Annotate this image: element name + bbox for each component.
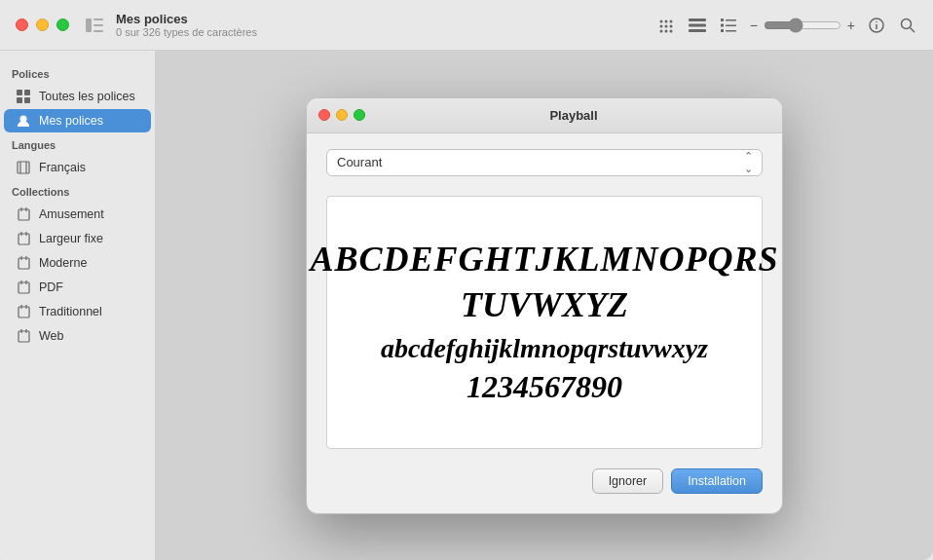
sort-icon[interactable] bbox=[656, 16, 676, 35]
toolbar-actions: − + bbox=[656, 16, 917, 35]
install-button[interactable]: Installation bbox=[671, 468, 763, 494]
largeur-fixe-icon bbox=[16, 231, 31, 246]
preview-line-1: ABCDEFGHTJKLMNOPQRS bbox=[310, 237, 778, 282]
sidebar-item-moderne[interactable]: Moderne bbox=[4, 251, 151, 275]
langues-section-label: Langues bbox=[0, 133, 155, 155]
modal-maximize-button[interactable] bbox=[354, 109, 365, 121]
svg-rect-41 bbox=[19, 258, 29, 269]
svg-rect-32 bbox=[18, 162, 29, 173]
svg-rect-18 bbox=[721, 23, 724, 26]
svg-rect-29 bbox=[17, 97, 22, 103]
window-subtitle: 0 sur 326 types de caractères bbox=[116, 26, 257, 38]
sidebar-item-web[interactable]: Web bbox=[4, 324, 151, 348]
slider-plus[interactable]: + bbox=[847, 18, 855, 33]
traditionnel-label: Traditionnel bbox=[39, 305, 102, 318]
content-area: Polices Toutes les polices bbox=[0, 51, 933, 560]
amusement-icon bbox=[16, 206, 31, 222]
grid-view-icon[interactable] bbox=[688, 16, 707, 35]
size-slider-group: − + bbox=[750, 18, 855, 33]
sidebar-item-largeur-fixe[interactable]: Largeur fixe bbox=[4, 227, 151, 250]
minimize-button[interactable] bbox=[36, 19, 49, 31]
svg-rect-19 bbox=[726, 24, 736, 26]
all-fonts-icon bbox=[16, 89, 31, 104]
svg-point-4 bbox=[659, 19, 662, 22]
size-slider[interactable] bbox=[764, 18, 841, 33]
svg-point-6 bbox=[669, 19, 672, 22]
largeur-fixe-label: Largeur fixe bbox=[39, 232, 103, 245]
svg-point-5 bbox=[664, 19, 667, 22]
svg-rect-44 bbox=[19, 282, 29, 293]
my-fonts-label: Mes polices bbox=[39, 114, 103, 128]
titlebar: Mes polices 0 sur 326 types de caractère… bbox=[0, 0, 933, 51]
ignore-button[interactable]: Ignorer bbox=[592, 468, 664, 494]
svg-rect-17 bbox=[726, 19, 736, 21]
francais-icon bbox=[16, 160, 31, 175]
web-icon bbox=[16, 328, 31, 344]
moderne-label: Moderne bbox=[39, 256, 87, 270]
svg-rect-1 bbox=[93, 19, 103, 20]
svg-rect-3 bbox=[93, 30, 103, 32]
close-button[interactable] bbox=[16, 19, 28, 31]
svg-rect-27 bbox=[17, 90, 22, 95]
modal-overlay: Playball Courant Fin Normal Gras bbox=[156, 51, 933, 560]
title-info: Mes polices 0 sur 326 types de caractère… bbox=[116, 12, 257, 38]
sidebar-item-pdf[interactable]: PDF bbox=[4, 276, 151, 299]
pdf-label: PDF bbox=[39, 280, 63, 294]
francais-label: Français bbox=[39, 161, 86, 174]
modal-titlebar: Playball bbox=[307, 98, 782, 133]
svg-rect-30 bbox=[24, 97, 30, 103]
modal-close-button[interactable] bbox=[318, 109, 330, 121]
list-view-icon[interactable] bbox=[719, 16, 738, 35]
svg-point-24 bbox=[876, 20, 877, 22]
svg-rect-14 bbox=[689, 23, 706, 26]
pdf-icon bbox=[16, 280, 31, 295]
traffic-lights bbox=[16, 19, 69, 31]
maximize-button[interactable] bbox=[56, 19, 69, 31]
svg-point-8 bbox=[664, 24, 667, 27]
svg-point-7 bbox=[659, 24, 662, 27]
svg-rect-35 bbox=[19, 209, 29, 220]
modal-footer: Ignorer Installation bbox=[326, 465, 763, 494]
svg-point-10 bbox=[659, 29, 662, 32]
sidebar-item-amusement[interactable]: Amusement bbox=[4, 203, 151, 226]
sidebar: Polices Toutes les polices bbox=[0, 51, 156, 560]
sidebar-item-all-fonts[interactable]: Toutes les polices bbox=[4, 85, 151, 108]
slider-minus[interactable]: − bbox=[750, 18, 758, 33]
font-preview-text: ABCDEFGHTJKLMNOPQRS TUVWXYZ abcdefghijkl… bbox=[310, 237, 778, 408]
polices-section-label: Polices bbox=[0, 62, 155, 84]
info-icon[interactable] bbox=[867, 16, 886, 35]
font-style-select[interactable]: Courant Fin Normal Gras bbox=[326, 149, 763, 176]
svg-point-25 bbox=[902, 19, 912, 28]
svg-rect-0 bbox=[86, 19, 92, 32]
font-preview: ABCDEFGHTJKLMNOPQRS TUVWXYZ abcdefghijkl… bbox=[326, 196, 763, 449]
sidebar-item-traditionnel[interactable]: Traditionnel bbox=[4, 300, 151, 323]
window-title: Mes polices bbox=[116, 12, 257, 26]
svg-point-12 bbox=[669, 29, 672, 32]
search-icon[interactable] bbox=[898, 16, 917, 35]
modal-title: Playball bbox=[377, 108, 770, 123]
svg-point-11 bbox=[664, 29, 667, 32]
main-window: Mes polices 0 sur 326 types de caractère… bbox=[0, 0, 933, 560]
svg-rect-16 bbox=[721, 19, 724, 21]
svg-point-9 bbox=[669, 24, 672, 27]
amusement-label: Amusement bbox=[39, 207, 104, 221]
modal-body: Courant Fin Normal Gras ⌃⌄ bbox=[307, 133, 782, 513]
sidebar-toggle-button[interactable] bbox=[85, 16, 104, 35]
all-fonts-label: Toutes les polices bbox=[39, 90, 135, 103]
svg-rect-28 bbox=[24, 90, 30, 95]
preview-line-2: TUVWXYZ bbox=[310, 282, 778, 328]
modal-minimize-button[interactable] bbox=[336, 109, 348, 121]
modal-window: Playball Courant Fin Normal Gras bbox=[306, 97, 783, 514]
web-label: Web bbox=[39, 329, 63, 343]
svg-rect-21 bbox=[726, 30, 736, 32]
svg-rect-2 bbox=[93, 24, 103, 26]
preview-line-4: 1234567890 bbox=[310, 367, 778, 408]
sidebar-item-francais[interactable]: Français bbox=[4, 156, 151, 179]
sidebar-item-my-fonts[interactable]: Mes polices bbox=[4, 109, 151, 132]
svg-rect-47 bbox=[19, 307, 29, 317]
svg-rect-50 bbox=[19, 331, 29, 342]
preview-line-3: abcdefghijklmnopqrstuvwxyz bbox=[310, 331, 778, 366]
dropdown-wrapper: Courant Fin Normal Gras ⌃⌄ bbox=[326, 149, 763, 176]
svg-rect-20 bbox=[721, 29, 724, 32]
modal-traffic-lights bbox=[318, 109, 365, 121]
